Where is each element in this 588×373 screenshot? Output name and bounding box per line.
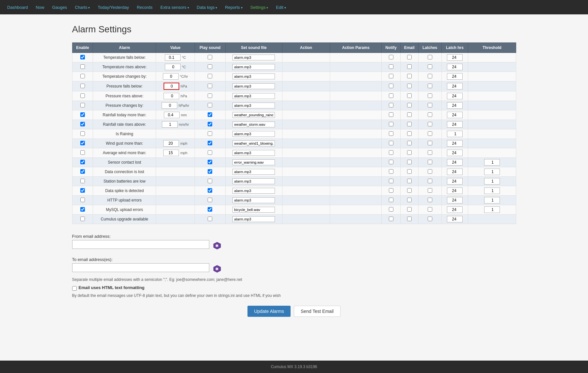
alarm-play-checkbox[interactable] <box>208 141 212 145</box>
nav-data-logs[interactable]: Data logs <box>193 2 221 13</box>
alarm-value-input[interactable] <box>162 102 177 109</box>
alarm-latches-checkbox[interactable] <box>428 122 432 126</box>
alarm-notify-checkbox[interactable] <box>389 198 393 202</box>
alarm-latch-hrs-input[interactable] <box>447 102 463 109</box>
alarm-email-checkbox[interactable] <box>407 179 412 183</box>
alarm-sound-input[interactable] <box>232 150 275 156</box>
alarm-play-checkbox[interactable] <box>208 84 212 88</box>
alarm-play-checkbox[interactable] <box>208 217 212 221</box>
alarm-email-checkbox[interactable] <box>407 103 412 107</box>
alarm-enable-checkbox[interactable] <box>80 141 85 145</box>
alarm-sound-input[interactable] <box>232 140 275 146</box>
alarm-latches-checkbox[interactable] <box>428 141 432 145</box>
to-email-input[interactable] <box>72 263 209 272</box>
nav-today[interactable]: Today/Yesterday <box>94 2 133 13</box>
alarm-latch-hrs-input[interactable] <box>447 54 463 61</box>
alarm-latch-hrs-input[interactable] <box>447 178 463 185</box>
alarm-latches-checkbox[interactable] <box>428 188 432 193</box>
alarm-play-checkbox[interactable] <box>208 198 212 202</box>
alarm-latches-checkbox[interactable] <box>428 169 432 174</box>
alarm-play-checkbox[interactable] <box>208 150 212 155</box>
alarm-value-input[interactable] <box>162 121 178 128</box>
alarm-email-checkbox[interactable] <box>407 198 412 202</box>
alarm-threshold-input[interactable] <box>484 169 500 175</box>
alarm-sound-input[interactable] <box>232 131 275 137</box>
alarm-notify-checkbox[interactable] <box>389 122 393 126</box>
alarm-latches-checkbox[interactable] <box>428 93 432 98</box>
alarm-latches-checkbox[interactable] <box>428 198 432 202</box>
alarm-sound-input[interactable] <box>232 64 275 70</box>
alarm-sound-input[interactable] <box>232 122 275 127</box>
alarm-enable-checkbox[interactable] <box>80 122 85 126</box>
alarm-latch-hrs-input[interactable] <box>447 140 463 147</box>
alarm-sound-input[interactable] <box>232 216 275 222</box>
alarm-enable-checkbox[interactable] <box>80 179 85 183</box>
alarm-play-checkbox[interactable] <box>208 179 212 183</box>
alarm-email-checkbox[interactable] <box>407 160 412 164</box>
alarm-latch-hrs-input[interactable] <box>447 197 463 203</box>
alarm-latch-hrs-input[interactable] <box>447 83 463 89</box>
alarm-enable-checkbox[interactable] <box>80 64 85 69</box>
alarm-value-input[interactable] <box>165 64 181 70</box>
alarm-sound-input[interactable] <box>232 73 275 79</box>
alarm-latch-hrs-input[interactable] <box>447 216 463 222</box>
alarm-email-checkbox[interactable] <box>407 93 412 98</box>
alarm-enable-checkbox[interactable] <box>80 93 85 98</box>
alarm-play-checkbox[interactable] <box>208 188 212 193</box>
alarm-latches-checkbox[interactable] <box>428 160 432 164</box>
alarm-enable-checkbox[interactable] <box>80 150 85 155</box>
alarm-notify-checkbox[interactable] <box>389 160 393 164</box>
alarm-email-checkbox[interactable] <box>407 122 412 126</box>
alarm-email-checkbox[interactable] <box>407 84 412 88</box>
alarm-latch-hrs-input[interactable] <box>447 131 463 137</box>
alarm-play-checkbox[interactable] <box>208 207 212 212</box>
alarm-play-checkbox[interactable] <box>208 160 212 164</box>
alarm-latch-hrs-input[interactable] <box>447 206 463 213</box>
nav-gauges[interactable]: Gauges <box>48 2 71 13</box>
alarm-threshold-input[interactable] <box>484 159 500 166</box>
alarm-sound-input[interactable] <box>232 188 275 194</box>
alarm-notify-checkbox[interactable] <box>389 112 393 117</box>
alarm-sound-input[interactable] <box>232 83 275 89</box>
from-email-icon[interactable]: ✱ <box>213 242 222 251</box>
alarm-threshold-input[interactable] <box>484 197 500 203</box>
alarm-latches-checkbox[interactable] <box>428 217 432 221</box>
alarm-sound-input[interactable] <box>232 207 275 213</box>
alarm-sound-input[interactable] <box>232 103 275 108</box>
alarm-latches-checkbox[interactable] <box>428 150 432 155</box>
alarm-notify-checkbox[interactable] <box>389 64 393 69</box>
alarm-email-checkbox[interactable] <box>407 74 412 78</box>
alarm-value-input[interactable] <box>163 140 179 147</box>
alarm-value-input[interactable] <box>165 54 181 61</box>
alarm-notify-checkbox[interactable] <box>389 188 393 193</box>
alarm-play-checkbox[interactable] <box>208 74 212 78</box>
html-format-label[interactable]: Email uses HTML text formatting <box>79 285 145 290</box>
alarm-sound-input[interactable] <box>232 93 275 99</box>
nav-reports[interactable]: Reports <box>221 2 246 13</box>
alarm-email-checkbox[interactable] <box>407 188 412 193</box>
alarm-email-checkbox[interactable] <box>407 150 412 155</box>
alarm-value-input[interactable] <box>164 83 179 90</box>
alarm-latches-checkbox[interactable] <box>428 55 432 59</box>
alarm-sound-input[interactable] <box>232 178 275 184</box>
alarm-value-input[interactable] <box>164 93 179 99</box>
alarm-sound-input[interactable] <box>232 197 275 203</box>
nav-extra-sensors[interactable]: Extra sensors <box>156 2 193 13</box>
update-alarms-button[interactable]: Update Alarms <box>247 306 291 317</box>
alarm-latch-hrs-input[interactable] <box>447 121 463 128</box>
alarm-latch-hrs-input[interactable] <box>447 187 463 194</box>
alarm-notify-checkbox[interactable] <box>389 217 393 221</box>
alarm-play-checkbox[interactable] <box>208 169 212 174</box>
html-format-checkbox[interactable] <box>72 286 77 291</box>
alarm-notify-checkbox[interactable] <box>389 84 393 88</box>
alarm-notify-checkbox[interactable] <box>389 179 393 183</box>
alarm-play-checkbox[interactable] <box>208 55 212 59</box>
alarm-sound-input[interactable] <box>232 169 275 175</box>
alarm-latches-checkbox[interactable] <box>428 64 432 69</box>
alarm-latches-checkbox[interactable] <box>428 179 432 183</box>
alarm-enable-checkbox[interactable] <box>80 84 85 88</box>
alarm-latches-checkbox[interactable] <box>428 74 432 78</box>
alarm-latches-checkbox[interactable] <box>428 131 432 136</box>
alarm-enable-checkbox[interactable] <box>80 112 85 117</box>
alarm-enable-checkbox[interactable] <box>80 217 85 221</box>
